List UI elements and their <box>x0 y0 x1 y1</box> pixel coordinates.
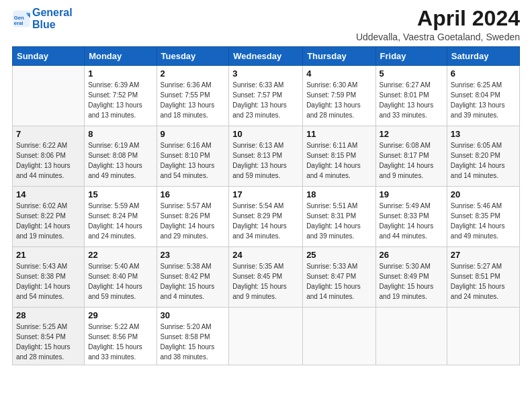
day-info: Sunrise: 5:43 AM Sunset: 8:38 PM Dayligh… <box>16 261 81 302</box>
calendar-cell: 9Sunrise: 6:16 AM Sunset: 8:10 PM Daylig… <box>157 126 229 187</box>
col-header-tuesday: Tuesday <box>157 47 229 66</box>
day-info: Sunrise: 5:33 AM Sunset: 8:47 PM Dayligh… <box>306 261 371 302</box>
day-number: 23 <box>161 250 226 260</box>
day-info: Sunrise: 6:16 AM Sunset: 8:10 PM Dayligh… <box>161 140 226 181</box>
day-info: Sunrise: 6:05 AM Sunset: 8:20 PM Dayligh… <box>451 140 516 181</box>
calendar-cell: 13Sunrise: 6:05 AM Sunset: 8:20 PM Dayli… <box>447 126 519 187</box>
calendar-cell: 28Sunrise: 5:25 AM Sunset: 8:54 PM Dayli… <box>13 308 85 365</box>
day-info: Sunrise: 5:27 AM Sunset: 8:51 PM Dayligh… <box>451 261 516 302</box>
day-info: Sunrise: 6:13 AM Sunset: 8:13 PM Dayligh… <box>232 140 299 181</box>
day-number: 7 <box>16 129 81 139</box>
page: Gen eral General Blue April 2024 Uddeval… <box>0 0 532 411</box>
day-number: 22 <box>88 250 152 260</box>
day-info: Sunrise: 5:51 AM Sunset: 8:31 PM Dayligh… <box>306 201 371 241</box>
calendar-cell: 30Sunrise: 5:20 AM Sunset: 8:58 PM Dayli… <box>157 308 229 365</box>
calendar-cell: 2Sunrise: 6:36 AM Sunset: 7:55 PM Daylig… <box>157 66 229 126</box>
day-number: 29 <box>88 310 152 320</box>
calendar-cell: 22Sunrise: 5:40 AM Sunset: 8:40 PM Dayli… <box>85 247 157 308</box>
day-info: Sunrise: 6:08 AM Sunset: 8:17 PM Dayligh… <box>380 140 443 181</box>
week-row-5: 28Sunrise: 5:25 AM Sunset: 8:54 PM Dayli… <box>13 308 520 365</box>
calendar-cell: 14Sunrise: 6:02 AM Sunset: 8:22 PM Dayli… <box>13 187 85 247</box>
day-number: 9 <box>161 129 226 139</box>
calendar-cell: 26Sunrise: 5:30 AM Sunset: 8:49 PM Dayli… <box>375 247 447 308</box>
location-title: Uddevalla, Vaestra Goetaland, Sweden <box>356 32 520 42</box>
calendar-cell: 17Sunrise: 5:54 AM Sunset: 8:29 PM Dayli… <box>229 187 303 247</box>
calendar-cell <box>447 308 519 365</box>
day-info: Sunrise: 6:11 AM Sunset: 8:15 PM Dayligh… <box>306 140 371 181</box>
day-number: 20 <box>451 189 516 199</box>
day-number: 8 <box>88 129 152 139</box>
calendar-cell <box>13 66 85 126</box>
day-info: Sunrise: 5:46 AM Sunset: 8:35 PM Dayligh… <box>451 201 516 241</box>
day-number: 25 <box>306 250 371 260</box>
day-info: Sunrise: 5:22 AM Sunset: 8:56 PM Dayligh… <box>88 322 152 362</box>
calendar-cell: 19Sunrise: 5:49 AM Sunset: 8:33 PM Dayli… <box>375 187 447 247</box>
day-number: 13 <box>451 129 516 139</box>
day-number: 18 <box>306 189 371 199</box>
logo-icon: Gen eral <box>12 9 31 28</box>
logo: Gen eral General Blue <box>12 7 73 30</box>
day-info: Sunrise: 6:33 AM Sunset: 7:57 PM Dayligh… <box>232 80 299 120</box>
calendar-cell: 16Sunrise: 5:57 AM Sunset: 8:26 PM Dayli… <box>157 187 229 247</box>
calendar-cell: 29Sunrise: 5:22 AM Sunset: 8:56 PM Dayli… <box>85 308 157 365</box>
month-title: April 2024 <box>356 7 520 30</box>
calendar-table: SundayMondayTuesdayWednesdayThursdayFrid… <box>12 46 520 365</box>
calendar-cell: 12Sunrise: 6:08 AM Sunset: 8:17 PM Dayli… <box>375 126 447 187</box>
day-info: Sunrise: 6:02 AM Sunset: 8:22 PM Dayligh… <box>16 201 81 241</box>
week-row-4: 21Sunrise: 5:43 AM Sunset: 8:38 PM Dayli… <box>13 247 520 308</box>
calendar-cell: 15Sunrise: 5:59 AM Sunset: 8:24 PM Dayli… <box>85 187 157 247</box>
col-header-sunday: Sunday <box>13 47 85 66</box>
calendar-cell: 5Sunrise: 6:27 AM Sunset: 8:01 PM Daylig… <box>375 66 447 126</box>
calendar-cell: 21Sunrise: 5:43 AM Sunset: 8:38 PM Dayli… <box>13 247 85 308</box>
day-number: 19 <box>380 189 443 199</box>
week-row-1: 1Sunrise: 6:39 AM Sunset: 7:52 PM Daylig… <box>13 66 520 126</box>
calendar-cell: 27Sunrise: 5:27 AM Sunset: 8:51 PM Dayli… <box>447 247 519 308</box>
week-row-3: 14Sunrise: 6:02 AM Sunset: 8:22 PM Dayli… <box>13 187 520 247</box>
day-number: 14 <box>16 189 81 199</box>
day-info: Sunrise: 5:20 AM Sunset: 8:58 PM Dayligh… <box>161 322 226 362</box>
calendar-cell: 1Sunrise: 6:39 AM Sunset: 7:52 PM Daylig… <box>85 66 157 126</box>
calendar-cell: 25Sunrise: 5:33 AM Sunset: 8:47 PM Dayli… <box>303 247 375 308</box>
day-info: Sunrise: 5:30 AM Sunset: 8:49 PM Dayligh… <box>380 261 443 302</box>
day-info: Sunrise: 5:25 AM Sunset: 8:54 PM Dayligh… <box>16 322 81 362</box>
col-header-saturday: Saturday <box>447 47 519 66</box>
day-number: 3 <box>232 68 299 79</box>
day-info: Sunrise: 5:38 AM Sunset: 8:42 PM Dayligh… <box>161 261 226 302</box>
day-number: 16 <box>161 189 226 199</box>
day-info: Sunrise: 6:25 AM Sunset: 8:04 PM Dayligh… <box>451 80 516 120</box>
calendar-cell: 20Sunrise: 5:46 AM Sunset: 8:35 PM Dayli… <box>447 187 519 247</box>
calendar-header-row: SundayMondayTuesdayWednesdayThursdayFrid… <box>13 47 520 66</box>
calendar-cell: 8Sunrise: 6:19 AM Sunset: 8:08 PM Daylig… <box>85 126 157 187</box>
calendar-cell <box>303 308 375 365</box>
day-info: Sunrise: 6:30 AM Sunset: 7:59 PM Dayligh… <box>306 80 371 120</box>
day-info: Sunrise: 5:59 AM Sunset: 8:24 PM Dayligh… <box>88 201 152 241</box>
calendar-cell: 18Sunrise: 5:51 AM Sunset: 8:31 PM Dayli… <box>303 187 375 247</box>
calendar-cell: 10Sunrise: 6:13 AM Sunset: 8:13 PM Dayli… <box>229 126 303 187</box>
day-info: Sunrise: 6:22 AM Sunset: 8:06 PM Dayligh… <box>16 140 81 181</box>
day-number: 28 <box>16 310 81 320</box>
day-info: Sunrise: 5:40 AM Sunset: 8:40 PM Dayligh… <box>88 261 152 302</box>
day-number: 4 <box>306 68 371 79</box>
day-number: 10 <box>232 129 299 139</box>
day-info: Sunrise: 6:36 AM Sunset: 7:55 PM Dayligh… <box>161 80 226 120</box>
day-number: 21 <box>16 250 81 260</box>
day-number: 15 <box>88 189 152 199</box>
day-number: 26 <box>380 250 443 260</box>
calendar-cell: 24Sunrise: 5:35 AM Sunset: 8:45 PM Dayli… <box>229 247 303 308</box>
calendar-cell: 6Sunrise: 6:25 AM Sunset: 8:04 PM Daylig… <box>447 66 519 126</box>
col-header-thursday: Thursday <box>303 47 375 66</box>
day-number: 11 <box>306 129 371 139</box>
calendar-cell <box>375 308 447 365</box>
day-number: 1 <box>88 68 152 79</box>
day-number: 2 <box>161 68 226 79</box>
day-number: 24 <box>232 250 299 260</box>
calendar-cell: 7Sunrise: 6:22 AM Sunset: 8:06 PM Daylig… <box>13 126 85 187</box>
col-header-monday: Monday <box>85 47 157 66</box>
calendar-cell: 3Sunrise: 6:33 AM Sunset: 7:57 PM Daylig… <box>229 66 303 126</box>
day-number: 27 <box>451 250 516 260</box>
day-number: 5 <box>380 68 443 79</box>
calendar-cell: 23Sunrise: 5:38 AM Sunset: 8:42 PM Dayli… <box>157 247 229 308</box>
title-block: April 2024 Uddevalla, Vaestra Goetaland,… <box>356 7 520 42</box>
day-info: Sunrise: 5:49 AM Sunset: 8:33 PM Dayligh… <box>380 201 443 241</box>
svg-text:eral: eral <box>14 20 24 26</box>
